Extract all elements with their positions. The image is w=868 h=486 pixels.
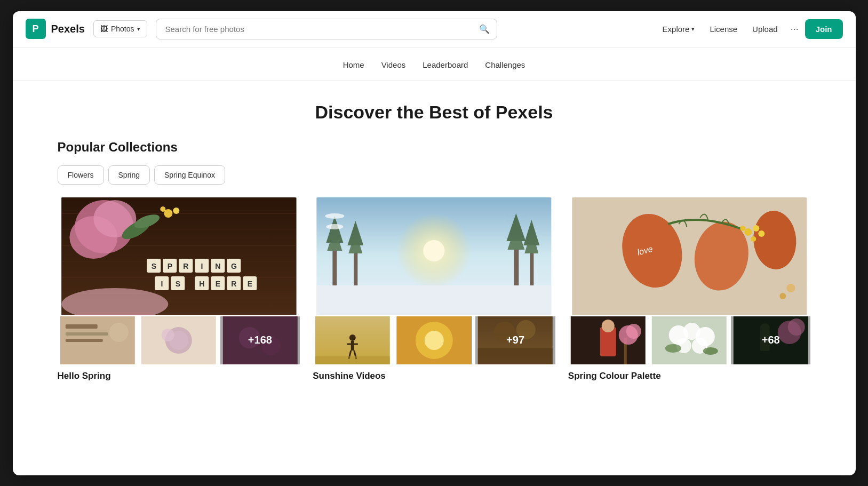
- collection-main-image: S P R I N: [58, 197, 300, 315]
- license-link[interactable]: License: [703, 20, 744, 38]
- svg-point-61: [326, 224, 343, 229]
- svg-text:I: I: [161, 280, 163, 288]
- collection-thumbs: +168: [58, 316, 300, 364]
- collection-card-spring-colour-palette[interactable]: love: [568, 197, 811, 384]
- collection-count-3: +68: [731, 316, 811, 364]
- thumb-3: +168: [220, 316, 300, 364]
- thumb-3-1: [568, 316, 648, 364]
- svg-text:S: S: [175, 280, 180, 288]
- svg-rect-56: [316, 285, 551, 315]
- filter-tab-spring[interactable]: Spring: [108, 165, 150, 185]
- image-icon: 🖼: [100, 25, 108, 33]
- svg-text:P: P: [167, 262, 172, 270]
- svg-point-87: [751, 236, 756, 242]
- svg-rect-42: [65, 324, 97, 329]
- svg-text:E: E: [215, 280, 220, 288]
- svg-point-89: [779, 293, 786, 299]
- svg-point-49: [162, 329, 174, 341]
- thumb-2-1: [313, 316, 393, 364]
- app-window: P Pexels 🖼 Photos ▾ 🔍 Explore ▾ License …: [13, 11, 856, 475]
- join-button[interactable]: Join: [805, 19, 843, 39]
- search-icon: 🔍: [479, 24, 490, 34]
- header-nav: Explore ▾ License Upload ··· Join: [656, 19, 843, 39]
- svg-text:I: I: [201, 262, 203, 270]
- sub-nav-home[interactable]: Home: [343, 58, 364, 71]
- svg-point-92: [602, 320, 615, 332]
- thumb-2-2: [394, 316, 474, 364]
- filter-tab-spring-equinox[interactable]: Spring Equinox: [154, 165, 225, 185]
- svg-point-88: [786, 284, 795, 292]
- sub-nav-challenges[interactable]: Challenges: [485, 58, 525, 71]
- chevron-down-icon: ▾: [691, 26, 695, 33]
- collection-card-hello-spring[interactable]: S P R I N: [58, 197, 300, 384]
- collection-title-spring-colour-palette: Spring Colour Palette: [568, 371, 811, 384]
- svg-point-83: [744, 228, 752, 236]
- svg-rect-43: [65, 332, 108, 336]
- sub-nav-videos[interactable]: Videos: [381, 58, 406, 71]
- collection-main-image-3: love: [568, 197, 811, 315]
- thumb-2-3: +97: [475, 316, 555, 364]
- sub-nav-leaderboard[interactable]: Leaderboard: [423, 58, 468, 71]
- svg-text:E: E: [247, 280, 252, 288]
- svg-text:N: N: [215, 262, 220, 270]
- search-input[interactable]: [156, 19, 497, 39]
- popular-collections-title: Popular Collections: [58, 140, 811, 155]
- svg-text:G: G: [230, 262, 236, 270]
- logo-area[interactable]: P Pexels: [26, 19, 85, 39]
- collection-thumbs-2: +97: [313, 316, 555, 364]
- filter-tab-flowers[interactable]: Flowers: [58, 165, 104, 185]
- svg-rect-69: [315, 356, 390, 364]
- thumb-3-3: +68: [731, 316, 811, 364]
- header: P Pexels 🖼 Photos ▾ 🔍 Explore ▾ License …: [13, 11, 856, 47]
- photos-label: Photos: [111, 25, 134, 33]
- svg-point-62: [325, 213, 344, 219]
- photos-dropdown-button[interactable]: 🖼 Photos ▾: [93, 20, 148, 37]
- svg-rect-44: [65, 339, 102, 342]
- svg-text:S: S: [151, 262, 156, 270]
- chevron-down-icon: ▾: [137, 26, 140, 33]
- collection-main-image-2: [313, 197, 555, 315]
- collection-card-sunshine-videos[interactable]: +97 Sunshine Videos: [313, 197, 555, 384]
- svg-point-13: [160, 206, 165, 212]
- svg-point-95: [626, 324, 641, 339]
- collections-grid: S P R I N: [58, 197, 811, 384]
- svg-text:H: H: [199, 280, 204, 288]
- svg-point-102: [665, 344, 681, 353]
- more-options-button[interactable]: ···: [786, 19, 803, 39]
- svg-point-45: [109, 323, 128, 342]
- svg-point-103: [703, 347, 718, 355]
- upload-link[interactable]: Upload: [746, 20, 784, 38]
- thumb-1: [58, 316, 138, 364]
- thumb-2: [139, 316, 219, 364]
- explore-link[interactable]: Explore ▾: [656, 20, 702, 38]
- search-bar: 🔍: [156, 19, 497, 39]
- sub-nav: Home Videos Leaderboard Challenges: [13, 47, 856, 81]
- svg-rect-65: [351, 341, 354, 350]
- collection-title-sunshine-videos: Sunshine Videos: [313, 371, 555, 384]
- page-title: Discover the Best of Pexels: [58, 81, 811, 140]
- collection-thumbs-3: +68: [568, 316, 811, 364]
- svg-point-86: [758, 230, 765, 237]
- svg-text:R: R: [183, 262, 188, 270]
- collection-count-2: +97: [475, 316, 555, 364]
- thumb-3-2: [649, 316, 729, 364]
- filter-tabs: Flowers Spring Spring Equinox: [58, 165, 811, 185]
- svg-point-85: [740, 226, 745, 231]
- svg-point-64: [349, 334, 356, 341]
- svg-point-11: [164, 209, 172, 218]
- svg-point-12: [173, 208, 179, 214]
- collection-count-1: +168: [220, 316, 300, 364]
- svg-point-55: [423, 240, 444, 261]
- svg-point-84: [753, 225, 759, 232]
- main-content: Discover the Best of Pexels Popular Coll…: [13, 81, 856, 384]
- pexels-logo-icon: P: [26, 19, 46, 39]
- svg-text:R: R: [231, 280, 236, 288]
- collection-title-hello-spring: Hello Spring: [58, 371, 300, 384]
- app-name: Pexels: [51, 23, 85, 35]
- svg-point-73: [424, 331, 443, 350]
